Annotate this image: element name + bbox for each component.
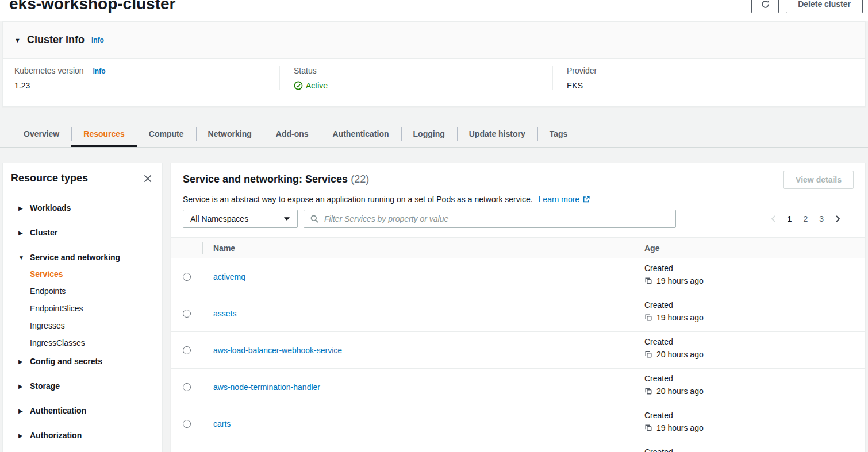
service-link[interactable]: carts — [213, 419, 231, 428]
services-description: Service is an abstract way to expose an … — [183, 195, 533, 204]
age-value: 19 hours ago — [656, 313, 704, 322]
sidebar-group-cluster[interactable]: ▶ Cluster — [18, 227, 162, 238]
page-2[interactable]: 2 — [797, 214, 813, 223]
copy-icon[interactable] — [644, 314, 652, 322]
sidebar-item-ingresses[interactable]: Ingresses — [30, 321, 162, 333]
chevron-down-icon: ▼ — [18, 254, 25, 261]
name-column-header[interactable]: Name — [202, 244, 632, 253]
check-circle-icon — [294, 81, 303, 90]
kubernetes-version-value: 1.23 — [14, 81, 279, 90]
table-header: Name Age — [171, 238, 865, 258]
tab-bar: Overview Resources Compute Networking Ad… — [0, 121, 868, 148]
namespace-select[interactable]: All Namespaces — [183, 210, 298, 228]
service-link[interactable]: assets — [213, 309, 236, 318]
search-icon — [310, 214, 319, 223]
provider-field: Provider EKS — [552, 66, 865, 90]
chevron-left-icon[interactable] — [766, 214, 782, 223]
refresh-button[interactable] — [751, 0, 779, 13]
sidebar-group-label: Authorization — [30, 431, 82, 440]
kubernetes-version-label: Kubernetes version — [14, 66, 84, 75]
resource-types-panel: Resource types ▶ Workloads ▶ Cluster ▼ S… — [2, 163, 163, 452]
tab-add-ons[interactable]: Add-ons — [264, 121, 321, 147]
services-title: Service and networking: Services (22) — [183, 172, 369, 186]
age-value: 19 hours ago — [656, 276, 704, 285]
status-value: Active — [294, 81, 552, 90]
age-cell: Created 19 hours ago — [632, 295, 865, 331]
services-panel-head: Service and networking: Services (22) Vi… — [171, 163, 865, 228]
age-column-header[interactable]: Age — [632, 244, 865, 253]
age-value: 19 hours ago — [656, 423, 704, 432]
sidebar-item-ingressclasses[interactable]: IngressClasses — [30, 338, 162, 350]
service-link[interactable]: activemq — [213, 272, 245, 281]
tab-compute[interactable]: Compute — [137, 121, 196, 147]
provider-value: EKS — [567, 81, 865, 90]
sidebar-item-endpointslices[interactable]: EndpointSlices — [30, 304, 162, 315]
page-title: eks-workshop-cluster — [9, 0, 175, 13]
row-radio[interactable] — [183, 420, 191, 428]
sidebar-group-storage[interactable]: ▶ Storage — [18, 380, 162, 392]
table-row: activemq Created 19 hours ago — [171, 258, 865, 295]
copy-icon[interactable] — [644, 277, 652, 285]
tab-update-history[interactable]: Update history — [457, 121, 537, 147]
table-row: carts Created 19 hours ago — [171, 405, 865, 442]
page-3[interactable]: 3 — [813, 214, 829, 223]
services-count: (22) — [351, 173, 369, 185]
created-label: Created — [644, 374, 865, 383]
resource-types-title: Resource types — [11, 172, 88, 184]
learn-more-text: Learn more — [539, 195, 580, 204]
learn-more-link[interactable]: Learn more — [539, 195, 591, 204]
created-label: Created — [644, 337, 865, 346]
header-actions: Delete cluster — [751, 0, 863, 13]
sidebar-item-endpoints[interactable]: Endpoints — [30, 287, 162, 298]
sidebar-group-authorization[interactable]: ▶ Authorization — [18, 430, 162, 441]
sidebar-group-label: Authentication — [30, 406, 86, 415]
sidebar-group-label: Cluster — [30, 228, 57, 237]
tab-authentication[interactable]: Authentication — [321, 121, 401, 147]
age-cell: Created 19 hours ago — [632, 405, 865, 442]
kubernetes-version-field: Kubernetes version Info 1.23 — [3, 66, 279, 90]
copy-icon[interactable] — [644, 387, 652, 395]
caret-down-icon — [283, 217, 290, 221]
chevron-right-icon: ▶ — [18, 408, 25, 414]
sidebar-group-authentication[interactable]: ▶ Authentication — [18, 405, 162, 416]
delete-cluster-button[interactable]: Delete cluster — [786, 0, 863, 13]
row-radio[interactable] — [183, 346, 191, 354]
search-input[interactable] — [323, 214, 670, 224]
age-cell: Created 20 hours ago — [632, 369, 865, 405]
pagination: 1 2 3 — [766, 214, 846, 223]
chevron-right-icon[interactable] — [829, 214, 846, 223]
chevron-right-icon: ▶ — [18, 358, 25, 365]
services-title-text: Service and networking: Services — [183, 173, 348, 185]
sidebar-group-config-and-secrets[interactable]: ▶ Config and secrets — [18, 356, 162, 367]
tab-resources[interactable]: Resources — [71, 121, 137, 147]
refresh-icon — [761, 0, 770, 9]
view-details-button[interactable]: View details — [783, 171, 854, 189]
cluster-info-panel: ▼ Cluster info Info Kubernetes version I… — [2, 21, 866, 107]
sidebar-item-services[interactable]: Services — [30, 269, 162, 281]
status-label: Status — [294, 66, 552, 75]
sidebar-group-service-and-networking[interactable]: ▼ Service and networking — [18, 252, 162, 263]
row-radio[interactable] — [183, 310, 191, 318]
age-value: 20 hours ago — [656, 350, 704, 359]
tab-networking[interactable]: Networking — [196, 121, 264, 147]
copy-icon[interactable] — [644, 424, 652, 432]
row-radio[interactable] — [183, 273, 191, 281]
row-radio[interactable] — [183, 383, 191, 391]
table-row: Created — [171, 442, 865, 452]
namespace-select-value: All Namespaces — [190, 214, 248, 223]
kubernetes-version-info-link[interactable]: Info — [93, 67, 106, 75]
cluster-info-header[interactable]: ▼ Cluster info Info — [3, 22, 865, 59]
service-link[interactable]: aws-node-termination-handler — [213, 383, 320, 392]
page-1[interactable]: 1 — [782, 214, 798, 223]
cluster-info-info-link[interactable]: Info — [91, 36, 104, 44]
chevron-right-icon: ▶ — [18, 383, 25, 389]
sidebar-group-label: Config and secrets — [30, 357, 102, 366]
service-link[interactable]: aws-load-balancer-webhook-service — [213, 346, 342, 355]
copy-icon[interactable] — [644, 350, 652, 358]
close-icon[interactable] — [143, 173, 153, 184]
tab-logging[interactable]: Logging — [401, 121, 457, 147]
tab-overview[interactable]: Overview — [11, 121, 71, 147]
tab-tags[interactable]: Tags — [537, 121, 580, 147]
age-cell: Created 20 hours ago — [632, 332, 865, 368]
sidebar-group-workloads[interactable]: ▶ Workloads — [18, 202, 162, 214]
